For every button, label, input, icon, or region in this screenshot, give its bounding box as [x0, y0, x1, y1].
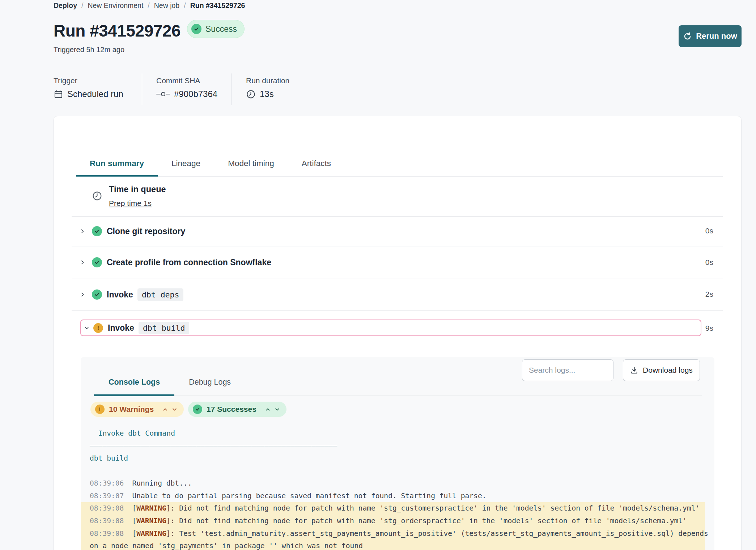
check-circle-icon — [193, 405, 202, 414]
step-label: Clone git repository — [107, 227, 185, 236]
check-circle-icon — [92, 289, 102, 300]
step-command-pill: dbt deps — [137, 288, 184, 301]
download-logs-label: Download logs — [643, 366, 693, 375]
calendar-icon — [54, 89, 63, 99]
trigger-label: Trigger — [54, 76, 77, 85]
breadcrumb-separator: / — [184, 1, 186, 10]
commit-icon — [156, 91, 170, 97]
trigger-value-text: Scheduled run — [67, 89, 123, 99]
meta-divider — [142, 73, 142, 105]
check-circle-icon — [92, 257, 102, 267]
step-label: Invoke — [107, 290, 133, 300]
run-duration-label: Run duration — [246, 76, 289, 85]
step-row-invoke-dbt-deps[interactable]: Invoke dbt deps — [72, 279, 723, 310]
breadcrumb: Deploy / New Environment / New job / Run… — [54, 1, 245, 10]
breadcrumb-job[interactable]: New job — [154, 1, 179, 10]
check-circle-icon — [191, 24, 201, 34]
step-row-create-profile[interactable]: Create profile from connection Snowflake — [72, 246, 723, 279]
warning-circle-icon — [93, 323, 103, 333]
successes-count-label: 17 Successes — [207, 405, 256, 414]
row-divider — [72, 310, 723, 311]
commit-sha-text: #900b7364 — [174, 89, 217, 99]
log-line: on a node named 'stg_payments' in packag… — [81, 540, 705, 550]
log-line: 08:39:08[WARNING]: Test 'test.admin_matu… — [81, 527, 705, 540]
prep-time-link[interactable]: Prep time 1s — [109, 199, 152, 208]
console-logs-panel: Console Logs Debug Logs Download logs 10… — [81, 357, 714, 550]
warning-circle-icon — [95, 405, 105, 414]
rerun-now-button[interactable]: Rerun now — [679, 25, 742, 47]
log-filter-badges: 10 Warnings 17 Successes — [90, 402, 286, 417]
run-duration-text: 13s — [260, 89, 274, 99]
step-label: Invoke — [108, 323, 134, 333]
breadcrumb-separator: / — [148, 1, 149, 10]
run-duration-value: 13s — [246, 89, 274, 99]
chevron-right-icon — [80, 228, 85, 234]
chevron-down-icon[interactable] — [171, 406, 178, 412]
step-row-clone-git[interactable]: Clone git repository — [72, 216, 723, 246]
triggered-text: Triggered 5h 12m ago — [54, 46, 124, 54]
step-duration: 0s — [699, 258, 713, 267]
step-duration: 2s — [699, 290, 713, 299]
meta-divider — [232, 73, 232, 105]
log-line: ––––––––––––––––––––––––––––––––––––––––… — [81, 440, 705, 452]
log-lines[interactable]: Invoke dbt Command––––––––––––––––––––––… — [81, 427, 714, 550]
status-badge-label: Success — [205, 24, 237, 34]
log-line: 08:39:07Unable to do partial parsing bec… — [81, 490, 705, 502]
time-in-queue-title: Time in queue — [109, 185, 166, 194]
status-badge: Success — [187, 20, 245, 38]
search-logs-input[interactable] — [522, 359, 613, 381]
log-line: Invoke dbt Command — [81, 427, 705, 440]
step-label: Create profile from connection Snowflake — [107, 258, 271, 267]
breadcrumb-separator: / — [81, 1, 83, 10]
download-icon — [630, 366, 638, 375]
breadcrumb-deploy[interactable]: Deploy — [54, 1, 77, 10]
chevron-right-icon — [80, 259, 85, 265]
chevron-right-icon — [80, 292, 85, 297]
tab-console-logs[interactable]: Console Logs — [94, 370, 174, 396]
chevron-down-icon[interactable] — [274, 406, 280, 412]
log-line — [81, 465, 705, 477]
warnings-count-label: 10 Warnings — [109, 405, 154, 414]
page-title: Run #341529726 — [54, 21, 180, 41]
log-line: 08:39:08[WARNING]: Did not find matching… — [81, 502, 705, 515]
breadcrumb-current-run: Run #341529726 — [190, 1, 245, 10]
step-command-pill: dbt build — [139, 322, 190, 334]
download-logs-button[interactable]: Download logs — [623, 359, 700, 381]
check-circle-icon — [92, 226, 102, 236]
breadcrumb-environment[interactable]: New Environment — [88, 1, 143, 10]
step-row-invoke-dbt-build[interactable]: Invoke dbt build — [80, 320, 701, 336]
clock-icon — [92, 191, 102, 203]
step-duration: 0s — [699, 227, 713, 235]
refresh-icon — [683, 32, 692, 41]
tab-model-timing[interactable]: Model timing — [214, 152, 288, 177]
main-tab-bar: Run summary Lineage Model timing Artifac… — [76, 152, 345, 177]
clock-icon — [246, 89, 256, 99]
tab-lineage[interactable]: Lineage — [158, 152, 214, 177]
log-line: 08:39:08[WARNING]: Did not find matching… — [81, 515, 705, 527]
log-line: 08:39:06Running dbt... — [81, 477, 705, 490]
successes-pill[interactable]: 17 Successes — [188, 402, 286, 417]
commit-sha-label: Commit SHA — [156, 76, 200, 85]
rerun-now-label: Rerun now — [696, 31, 737, 41]
commit-sha-value: #900b7364 — [156, 89, 217, 99]
tab-run-summary[interactable]: Run summary — [76, 152, 158, 177]
log-line: dbt build — [81, 452, 705, 465]
tab-debug-logs[interactable]: Debug Logs — [174, 370, 245, 396]
trigger-value: Scheduled run — [54, 89, 123, 99]
chevron-up-icon[interactable] — [265, 406, 271, 412]
tab-artifacts[interactable]: Artifacts — [288, 152, 345, 177]
step-duration: 9s — [699, 324, 713, 333]
chevron-up-icon[interactable] — [162, 406, 168, 412]
warnings-pill[interactable]: 10 Warnings — [90, 402, 184, 417]
chevron-down-icon — [84, 325, 90, 331]
